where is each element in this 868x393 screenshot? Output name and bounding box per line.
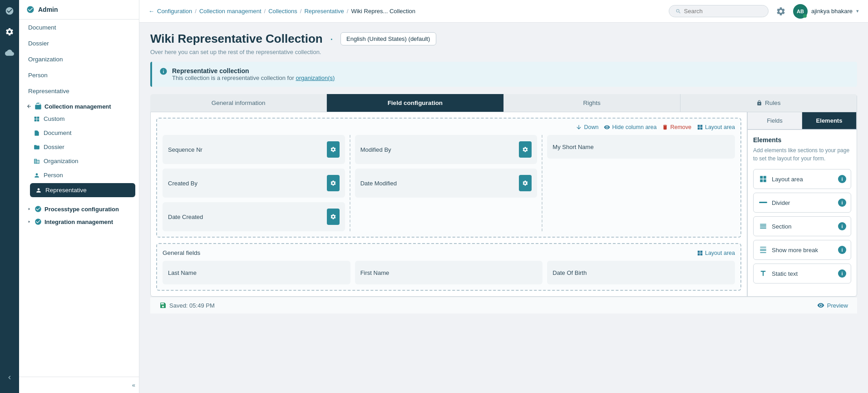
language-selector-wrapper[interactable]: English (United States) (default) Dutch … [340, 32, 436, 45]
sidebar-sub-organization[interactable]: Organization [26, 154, 139, 168]
tab-rules[interactable]: Rules [681, 94, 857, 112]
field-date-modified[interactable]: Date Modified [355, 169, 538, 198]
elements-title: Elements [753, 136, 851, 144]
breadcrumb-config[interactable]: Configuration [157, 8, 192, 15]
element-section[interactable]: Section i [753, 216, 851, 236]
breadcrumb-collections[interactable]: Collections [268, 8, 297, 15]
svg-rect-2 [35, 119, 37, 121]
element-layout-area[interactable]: Layout area i [753, 169, 851, 189]
field-date-created[interactable]: Date Created [163, 202, 345, 231]
cloud-icon[interactable] [3, 46, 16, 59]
field-first-name[interactable]: First Name [355, 261, 543, 284]
layout-icon [697, 124, 703, 130]
field-my-short-name[interactable]: My Short Name [547, 135, 735, 159]
down-btn[interactable]: Down [576, 124, 598, 130]
breadcrumb: ← Configuration / Collection management … [148, 8, 415, 15]
field-modified-by[interactable]: Modified By [355, 135, 538, 164]
hide-column-btn[interactable]: Hide column area [604, 124, 656, 130]
user-info[interactable]: AB ajinkya bhakare ▾ [793, 4, 859, 19]
element-divider[interactable]: Divider i [753, 193, 851, 213]
language-select[interactable]: English (United States) (default) Dutch … [340, 32, 436, 45]
layout-area-btn-top[interactable]: Layout area [697, 124, 735, 130]
collapse-btn[interactable]: « [132, 382, 135, 388]
admin-icon[interactable] [3, 5, 16, 17]
org-link[interactable]: organization(s) [296, 75, 335, 81]
field-gear-sequence[interactable] [327, 141, 340, 158]
breadcrumb-collection-mgmt[interactable]: Collection management [199, 8, 261, 15]
field-gear-date-created[interactable] [327, 209, 340, 225]
preview-icon [817, 302, 824, 309]
svg-rect-3 [37, 119, 39, 121]
page-header: Wiki Representative Collection · English… [150, 32, 857, 46]
sidebar-integration[interactable]: Integration management [19, 214, 139, 227]
gear-icon[interactable] [776, 6, 786, 16]
field-last-name[interactable]: Last Name [163, 261, 350, 284]
static-text-info[interactable]: i [838, 269, 846, 278]
field-date-of-birth[interactable]: Date Of Birth [547, 261, 735, 284]
settings-icon[interactable] [3, 25, 16, 38]
search-icon [676, 8, 681, 15]
info-icon [159, 67, 168, 75]
collection-management-label: Collection management [44, 103, 111, 110]
tab-general-information[interactable]: General information [150, 94, 327, 112]
column-3: My Short Name [547, 135, 735, 231]
layout-area-icon [758, 174, 768, 184]
integration-label: Integration management [44, 219, 113, 225]
sidebar-sub-representative[interactable]: Representative [30, 183, 135, 197]
show-more-info[interactable]: i [838, 246, 846, 254]
field-gear-created[interactable] [327, 175, 340, 191]
processtype-label: Processtype configuration [44, 206, 119, 213]
search-box[interactable] [669, 5, 769, 17]
search-input[interactable] [684, 8, 762, 15]
back-btn[interactable]: ← [148, 8, 154, 15]
field-gear-date-modified[interactable] [519, 175, 532, 191]
sidebar-collection-management[interactable]: Collection management [19, 99, 139, 112]
field-created-by[interactable]: Created By [163, 169, 345, 198]
right-panel-tab-fields[interactable]: Fields [748, 112, 802, 129]
remove-btn[interactable]: Remove [662, 124, 691, 130]
sidebar-item-dossier[interactable]: Dossier [19, 35, 139, 51]
layout-area-info[interactable]: i [838, 175, 846, 183]
expand-icon[interactable] [3, 371, 16, 384]
breadcrumb-representative[interactable]: Representative [304, 8, 344, 15]
right-panel-tab-elements[interactable]: Elements [802, 112, 857, 129]
field-sequence-nr[interactable]: Sequence Nr [163, 135, 345, 164]
tab-rights[interactable]: Rights [504, 94, 681, 112]
sidebar-processtype[interactable]: Processtype configuration [19, 202, 139, 214]
elements-desc: Add elements like sections to your page … [753, 146, 851, 163]
sidebar-sub-dossier[interactable]: Dossier [26, 140, 139, 154]
general-fields-section: General fields Layout area Last Name Fir… [156, 243, 741, 291]
element-show-more-break[interactable]: Show more break i [753, 240, 851, 260]
sidebar-sub-person[interactable]: Person [26, 168, 139, 182]
tab-content-field-config: Down Hide column area Remove Layout [150, 112, 857, 297]
preview-btn[interactable]: Preview [817, 302, 848, 309]
show-more-icon [758, 245, 768, 255]
admin-label: Admin [38, 6, 58, 13]
bottom-bar: Saved: 05:49 PM Preview [150, 297, 857, 313]
section-info[interactable]: i [838, 222, 846, 230]
sidebar-item-organization[interactable]: Organization [19, 51, 139, 67]
sidebar-sub-document[interactable]: Document [26, 126, 139, 140]
info-banner-text: This collection is a representative coll… [172, 75, 335, 81]
element-static-text[interactable]: Static text i [753, 264, 851, 284]
sidebar-sub-custom[interactable]: Custom [26, 112, 139, 126]
icon-rail [0, 0, 19, 393]
info-banner-title: Representative collection [172, 67, 335, 75]
status-dot [803, 14, 807, 18]
sidebar: Admin Document Dossier Organization Pers… [19, 0, 139, 393]
divider-info[interactable]: i [838, 199, 846, 207]
column-area-toolbar: Down Hide column area Remove Layout [163, 124, 735, 130]
down-icon [576, 124, 582, 130]
columns-grid: Sequence Nr Created By [163, 135, 735, 231]
sidebar-item-person[interactable]: Person [19, 67, 139, 83]
layout-area-btn-general[interactable]: Layout area [697, 250, 735, 256]
field-gear-modified[interactable] [519, 141, 532, 158]
svg-rect-4 [759, 202, 767, 203]
column-area: Down Hide column area Remove Layout [156, 118, 741, 238]
general-fields-title: General fields [163, 249, 200, 256]
title-dot: · [330, 32, 333, 46]
sidebar-item-representative[interactable]: Representative [19, 83, 139, 99]
tab-field-configuration[interactable]: Field configuration [327, 94, 503, 112]
info-banner: Representative collection This collectio… [150, 62, 857, 87]
sidebar-item-document[interactable]: Document [19, 20, 139, 35]
